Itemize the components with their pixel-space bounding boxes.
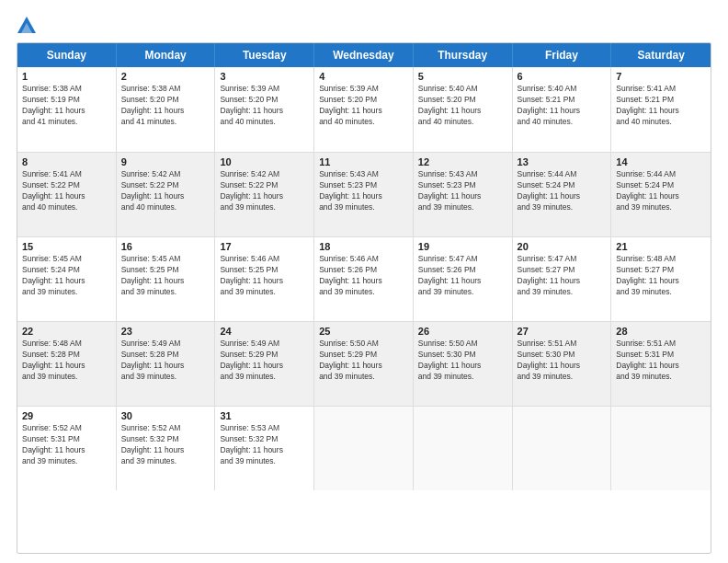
day-number: 8 — [22, 156, 111, 167]
day-number: 11 — [319, 156, 408, 167]
calendar-day-21: 21Sunrise: 5:48 AMSunset: 5:27 PMDayligh… — [611, 237, 711, 321]
header-day-sunday: Sunday — [17, 43, 117, 67]
calendar-empty-cell — [611, 407, 711, 490]
day-number: 30 — [121, 410, 210, 421]
day-number: 29 — [22, 410, 111, 421]
calendar-day-8: 8Sunrise: 5:41 AMSunset: 5:22 PMDaylight… — [17, 153, 117, 236]
calendar-day-10: 10Sunrise: 5:42 AMSunset: 5:22 PMDayligh… — [215, 153, 314, 236]
day-number: 18 — [319, 241, 408, 252]
calendar-day-26: 26Sunrise: 5:50 AMSunset: 5:30 PMDayligh… — [414, 322, 513, 406]
day-info: Sunrise: 5:45 AMSunset: 5:25 PMDaylight:… — [121, 254, 210, 298]
day-number: 20 — [518, 241, 607, 252]
day-info: Sunrise: 5:51 AMSunset: 5:30 PMDaylight:… — [518, 339, 607, 383]
day-number: 31 — [220, 410, 309, 421]
calendar-day-13: 13Sunrise: 5:44 AMSunset: 5:24 PMDayligh… — [513, 153, 612, 236]
calendar-row-2: 15Sunrise: 5:45 AMSunset: 5:24 PMDayligh… — [17, 236, 711, 321]
day-number: 15 — [22, 241, 111, 252]
calendar-empty-cell — [414, 407, 513, 490]
day-number: 14 — [616, 156, 706, 167]
day-number: 23 — [121, 326, 210, 337]
day-info: Sunrise: 5:41 AMSunset: 5:22 PMDaylight:… — [22, 169, 111, 213]
day-info: Sunrise: 5:50 AMSunset: 5:29 PMDaylight:… — [319, 339, 408, 383]
day-info: Sunrise: 5:46 AMSunset: 5:26 PMDaylight:… — [319, 254, 408, 298]
day-number: 22 — [22, 326, 111, 337]
day-number: 3 — [220, 71, 309, 82]
day-number: 26 — [418, 326, 507, 337]
day-number: 2 — [121, 71, 210, 82]
calendar-row-0: 1Sunrise: 5:38 AMSunset: 5:19 PMDaylight… — [17, 67, 711, 152]
header-day-thursday: Thursday — [414, 43, 513, 67]
calendar-header: SundayMondayTuesdayWednesdayThursdayFrid… — [17, 43, 711, 67]
calendar-day-27: 27Sunrise: 5:51 AMSunset: 5:30 PMDayligh… — [513, 322, 612, 406]
day-info: Sunrise: 5:50 AMSunset: 5:30 PMDaylight:… — [418, 339, 507, 383]
day-info: Sunrise: 5:49 AMSunset: 5:28 PMDaylight:… — [121, 339, 210, 383]
calendar-day-20: 20Sunrise: 5:47 AMSunset: 5:27 PMDayligh… — [513, 237, 612, 321]
calendar-day-7: 7Sunrise: 5:41 AMSunset: 5:21 PMDaylight… — [611, 67, 711, 152]
calendar-day-6: 6Sunrise: 5:40 AMSunset: 5:21 PMDaylight… — [513, 67, 612, 152]
day-number: 1 — [22, 71, 111, 82]
day-info: Sunrise: 5:49 AMSunset: 5:29 PMDaylight:… — [220, 339, 309, 383]
calendar-day-15: 15Sunrise: 5:45 AMSunset: 5:24 PMDayligh… — [17, 237, 117, 321]
calendar-day-28: 28Sunrise: 5:51 AMSunset: 5:31 PMDayligh… — [611, 322, 711, 406]
header-day-tuesday: Tuesday — [215, 43, 314, 67]
day-number: 7 — [616, 71, 706, 82]
calendar-day-3: 3Sunrise: 5:39 AMSunset: 5:20 PMDaylight… — [215, 67, 314, 152]
day-number: 9 — [121, 156, 210, 167]
calendar-row-4: 29Sunrise: 5:52 AMSunset: 5:31 PMDayligh… — [17, 406, 711, 490]
calendar-day-9: 9Sunrise: 5:42 AMSunset: 5:22 PMDaylight… — [117, 153, 216, 236]
calendar-row-3: 22Sunrise: 5:48 AMSunset: 5:28 PMDayligh… — [17, 321, 711, 406]
day-number: 27 — [518, 326, 607, 337]
day-number: 4 — [319, 71, 408, 82]
calendar-day-29: 29Sunrise: 5:52 AMSunset: 5:31 PMDayligh… — [17, 407, 117, 490]
calendar-day-18: 18Sunrise: 5:46 AMSunset: 5:26 PMDayligh… — [314, 237, 414, 321]
calendar-empty-cell — [314, 407, 414, 490]
day-number: 19 — [418, 241, 507, 252]
day-number: 17 — [220, 241, 309, 252]
calendar-day-17: 17Sunrise: 5:46 AMSunset: 5:25 PMDayligh… — [215, 237, 314, 321]
day-info: Sunrise: 5:47 AMSunset: 5:26 PMDaylight:… — [418, 254, 507, 298]
day-number: 6 — [518, 71, 607, 82]
calendar-day-31: 31Sunrise: 5:53 AMSunset: 5:32 PMDayligh… — [215, 407, 314, 490]
day-info: Sunrise: 5:47 AMSunset: 5:27 PMDaylight:… — [518, 254, 607, 298]
calendar-day-11: 11Sunrise: 5:43 AMSunset: 5:23 PMDayligh… — [314, 153, 414, 236]
calendar-day-2: 2Sunrise: 5:38 AMSunset: 5:20 PMDaylight… — [117, 67, 216, 152]
day-number: 10 — [220, 156, 309, 167]
day-number: 28 — [616, 326, 706, 337]
page: SundayMondayTuesdayWednesdayThursdayFrid… — [0, 0, 728, 563]
calendar-day-19: 19Sunrise: 5:47 AMSunset: 5:26 PMDayligh… — [414, 237, 513, 321]
day-info: Sunrise: 5:40 AMSunset: 5:20 PMDaylight:… — [418, 84, 507, 128]
day-info: Sunrise: 5:52 AMSunset: 5:31 PMDaylight:… — [22, 423, 111, 467]
day-info: Sunrise: 5:44 AMSunset: 5:24 PMDaylight:… — [518, 169, 607, 213]
day-info: Sunrise: 5:45 AMSunset: 5:24 PMDaylight:… — [22, 254, 111, 298]
day-info: Sunrise: 5:46 AMSunset: 5:25 PMDaylight:… — [220, 254, 309, 298]
day-info: Sunrise: 5:48 AMSunset: 5:27 PMDaylight:… — [616, 254, 706, 298]
calendar-day-30: 30Sunrise: 5:52 AMSunset: 5:32 PMDayligh… — [117, 407, 216, 490]
calendar-day-24: 24Sunrise: 5:49 AMSunset: 5:29 PMDayligh… — [215, 322, 314, 406]
logo — [17, 17, 37, 33]
header-day-friday: Friday — [513, 43, 612, 67]
day-info: Sunrise: 5:43 AMSunset: 5:23 PMDaylight:… — [319, 169, 408, 213]
day-info: Sunrise: 5:53 AMSunset: 5:32 PMDaylight:… — [220, 423, 309, 467]
day-info: Sunrise: 5:38 AMSunset: 5:19 PMDaylight:… — [22, 84, 111, 128]
calendar-day-1: 1Sunrise: 5:38 AMSunset: 5:19 PMDaylight… — [17, 67, 117, 152]
header-day-saturday: Saturday — [611, 43, 711, 67]
day-info: Sunrise: 5:42 AMSunset: 5:22 PMDaylight:… — [121, 169, 210, 213]
day-number: 21 — [616, 241, 706, 252]
calendar-day-25: 25Sunrise: 5:50 AMSunset: 5:29 PMDayligh… — [314, 322, 414, 406]
logo-triangle-icon — [17, 17, 36, 33]
day-number: 12 — [418, 156, 507, 167]
day-info: Sunrise: 5:44 AMSunset: 5:24 PMDaylight:… — [616, 169, 706, 213]
day-info: Sunrise: 5:52 AMSunset: 5:32 PMDaylight:… — [121, 423, 210, 467]
header-day-monday: Monday — [117, 43, 216, 67]
day-number: 16 — [121, 241, 210, 252]
calendar-day-22: 22Sunrise: 5:48 AMSunset: 5:28 PMDayligh… — [17, 322, 117, 406]
calendar-row-1: 8Sunrise: 5:41 AMSunset: 5:22 PMDaylight… — [17, 152, 711, 236]
day-info: Sunrise: 5:42 AMSunset: 5:22 PMDaylight:… — [220, 169, 309, 213]
calendar-day-5: 5Sunrise: 5:40 AMSunset: 5:20 PMDaylight… — [414, 67, 513, 152]
day-number: 5 — [418, 71, 507, 82]
calendar-day-4: 4Sunrise: 5:39 AMSunset: 5:20 PMDaylight… — [314, 67, 414, 152]
day-info: Sunrise: 5:39 AMSunset: 5:20 PMDaylight:… — [319, 84, 408, 128]
calendar-body: 1Sunrise: 5:38 AMSunset: 5:19 PMDaylight… — [17, 67, 711, 490]
calendar-day-14: 14Sunrise: 5:44 AMSunset: 5:24 PMDayligh… — [611, 153, 711, 236]
header — [17, 17, 711, 33]
